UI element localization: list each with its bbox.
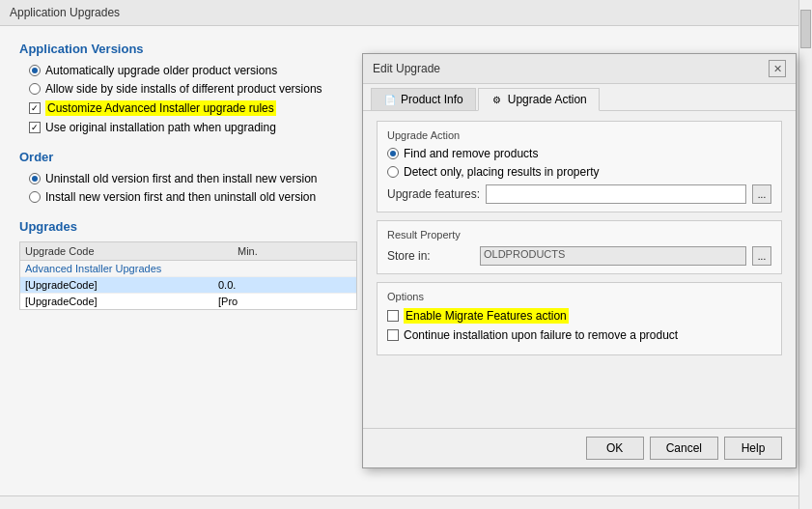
row-2-extra: [Pro	[218, 296, 238, 307]
radio-side-by-side-indicator	[29, 83, 41, 95]
upgrade-action-group-title: Upgrade Action	[387, 129, 771, 141]
upgrade-features-label: Upgrade features:	[387, 187, 480, 201]
help-button[interactable]: Help	[724, 437, 782, 460]
tab-product-info-label: Product Info	[401, 93, 463, 106]
radio-detect-only-label: Detect only, placing results in property	[404, 165, 600, 179]
tab-upgrade-action[interactable]: ⚙ Upgrade Action	[478, 88, 600, 111]
radio-detect-only[interactable]: Detect only, placing results in property	[387, 165, 771, 179]
ok-button[interactable]: OK	[586, 437, 644, 460]
checkbox-original-path-box	[29, 122, 41, 133]
col-min: Min.	[238, 245, 258, 257]
result-property-title: Result Property	[387, 229, 771, 240]
close-button[interactable]: ✕	[769, 60, 786, 77]
upgrade-features-browse[interactable]: ...	[752, 184, 771, 204]
upgrades-table: Upgrade Code Min. Advanced Installer Upg…	[19, 241, 357, 310]
radio-install-first-indicator	[29, 191, 41, 203]
main-scrollbar[interactable]	[798, 0, 812, 509]
dialog-footer: OK Cancel Help	[363, 428, 796, 467]
radio-auto-upgrade-indicator	[29, 65, 41, 76]
radio-find-remove-label: Find and remove products	[404, 147, 538, 160]
main-h-scrollbar[interactable]	[0, 495, 798, 509]
dialog-titlebar: Edit Upgrade ✕	[363, 54, 796, 84]
upgrade-features-row: Upgrade features: ...	[387, 184, 771, 204]
store-in-value: OLDPRODUCTS	[480, 246, 746, 266]
table-row[interactable]: [UpgradeCode] 0.0.	[20, 276, 356, 293]
dialog-tabs: 📄 Product Info ⚙ Upgrade Action	[363, 84, 796, 111]
checkbox-customize-label: Customize Advanced Installer upgrade rul…	[45, 100, 276, 116]
checkbox-enable-migrate-box	[387, 310, 399, 322]
options-title: Options	[387, 291, 771, 302]
radio-uninstall-first-indicator	[29, 173, 41, 184]
main-window: Application Upgrades Application Version…	[0, 0, 812, 509]
radio-auto-upgrade-label: Automatically upgrade older product vers…	[45, 64, 277, 77]
checkbox-enable-migrate[interactable]: Enable Migrate Features action	[387, 308, 771, 324]
radio-install-first-label: Install new version first and then unins…	[45, 190, 316, 204]
table-header: Upgrade Code Min.	[20, 242, 356, 261]
row-1-code: [UpgradeCode]	[25, 279, 218, 291]
checkbox-customize-box	[29, 102, 41, 114]
main-window-title: Application Upgrades	[10, 6, 120, 19]
radio-uninstall-first-label: Uninstall old version first and then ins…	[45, 172, 317, 185]
product-info-icon: 📄	[383, 93, 397, 106]
tab-product-info[interactable]: 📄 Product Info	[371, 88, 476, 110]
radio-detect-only-indicator	[387, 166, 399, 178]
radio-find-remove[interactable]: Find and remove products	[387, 147, 771, 160]
result-property-group: Result Property Store in: OLDPRODUCTS ..…	[377, 220, 782, 274]
table-row[interactable]: [UpgradeCode] [Pro	[20, 293, 356, 309]
checkbox-continue-install-box	[387, 329, 399, 341]
radio-find-remove-indicator	[387, 148, 399, 159]
cancel-button[interactable]: Cancel	[650, 437, 718, 460]
radio-side-by-side-label: Allow side by side installs of different…	[45, 82, 322, 96]
store-in-browse[interactable]: ...	[752, 246, 771, 266]
upgrade-action-icon: ⚙	[490, 93, 504, 106]
upgrade-action-group: Upgrade Action Find and remove products …	[377, 121, 782, 212]
dialog-title: Edit Upgrade	[373, 62, 440, 75]
store-in-row: Store in: OLDPRODUCTS ...	[387, 246, 771, 266]
table-group-advanced: Advanced Installer Upgrades	[20, 261, 356, 276]
checkbox-continue-install-label: Continue installation upon failure to re…	[404, 328, 678, 342]
tab-upgrade-action-label: Upgrade Action	[508, 93, 587, 106]
dialog-body: Upgrade Action Find and remove products …	[363, 111, 796, 373]
col-upgrade-code: Upgrade Code	[25, 245, 218, 257]
main-titlebar: Application Upgrades	[0, 0, 812, 26]
checkbox-continue-install[interactable]: Continue installation upon failure to re…	[387, 328, 771, 342]
checkbox-enable-migrate-label: Enable Migrate Features action	[404, 308, 569, 324]
row-2-code: [UpgradeCode]	[25, 296, 218, 307]
scrollbar-thumb[interactable]	[800, 10, 811, 48]
edit-upgrade-dialog: Edit Upgrade ✕ 📄 Product Info ⚙ Upgrade …	[362, 53, 797, 468]
options-group: Options Enable Migrate Features action C…	[377, 282, 782, 355]
checkbox-original-path-label: Use original installation path when upgr…	[45, 121, 276, 134]
row-1-min: 0.0.	[218, 279, 236, 291]
store-in-label: Store in:	[387, 249, 474, 263]
upgrade-features-input[interactable]	[486, 184, 746, 204]
